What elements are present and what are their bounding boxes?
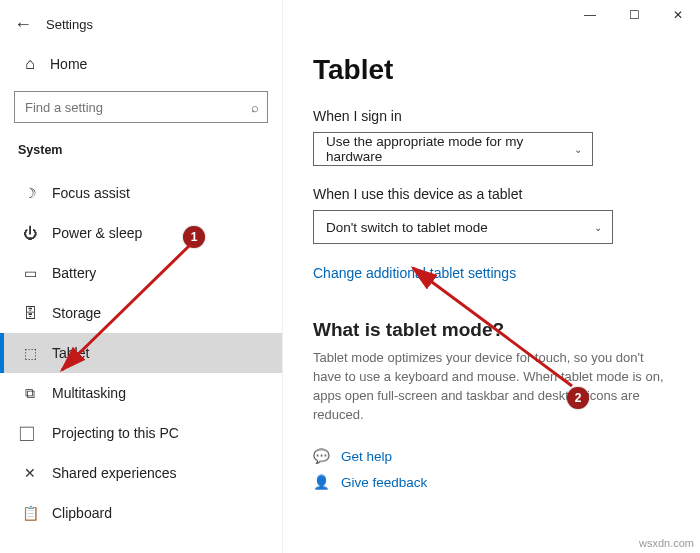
watermark: wsxdn.com (639, 537, 694, 549)
give-feedback-row[interactable]: 👤 Give feedback (313, 474, 670, 490)
header: ← Settings (0, 0, 282, 45)
back-icon[interactable]: ← (14, 14, 32, 35)
clipboard-icon: 📋 (22, 505, 38, 521)
battery-icon: ▭ (22, 265, 38, 281)
sidebar: ← Settings ⌂ Home ⌕ System ☽ Focus assis… (0, 0, 283, 553)
sign-in-value: Use the appropriate mode for my hardware (326, 134, 574, 164)
sidebar-item-label: Shared experiences (52, 465, 177, 481)
sidebar-item-focus-assist[interactable]: ☽ Focus assist (0, 173, 282, 213)
page-title: Tablet (313, 54, 670, 86)
chevron-down-icon: ⌄ (594, 222, 602, 233)
sidebar-item-label: Multitasking (52, 385, 126, 401)
home-icon: ⌂ (22, 55, 38, 73)
sidebar-item-label: Storage (52, 305, 101, 321)
content-pane: — ☐ ✕ Tablet When I sign in Use the appr… (283, 0, 700, 553)
sidebar-item-shared-experiences[interactable]: ✕ Shared experiences (0, 453, 282, 493)
power-sleep-icon: ⏻ (22, 225, 38, 241)
tablet-use-label: When I use this device as a tablet (313, 186, 670, 202)
focus-assist-icon: ☽ (22, 185, 38, 201)
chevron-down-icon: ⌄ (574, 144, 582, 155)
window-controls: — ☐ ✕ (568, 0, 700, 30)
annotation-badge-2: 2 (567, 387, 589, 409)
help-icon: 💬 (313, 448, 329, 464)
minimize-button[interactable]: — (568, 0, 612, 30)
nav-list: ☽ Focus assist ⏻ Power & sleep ▭ Battery… (0, 173, 282, 553)
sidebar-item-label: Projecting to this PC (52, 425, 179, 441)
sidebar-item-battery[interactable]: ▭ Battery (0, 253, 282, 293)
maximize-button[interactable]: ☐ (612, 0, 656, 30)
sidebar-item-power-sleep[interactable]: ⏻ Power & sleep (0, 213, 282, 253)
section-label: System (0, 139, 282, 173)
sidebar-item-clipboard[interactable]: 📋 Clipboard (0, 493, 282, 533)
sidebar-item-label: Focus assist (52, 185, 130, 201)
shared-experiences-icon: ✕ (22, 465, 38, 481)
close-button[interactable]: ✕ (656, 0, 700, 30)
search-input[interactable]: ⌕ (14, 91, 268, 123)
what-is-description: Tablet mode optimizes your device for to… (313, 349, 670, 424)
feedback-icon: 👤 (313, 474, 329, 490)
sidebar-item-label: Tablet (52, 345, 89, 361)
window-title: Settings (46, 17, 93, 32)
sign-in-dropdown[interactable]: Use the appropriate mode for my hardware… (313, 132, 593, 166)
give-feedback-link[interactable]: Give feedback (341, 475, 427, 490)
sidebar-item-storage[interactable]: 🗄 Storage (0, 293, 282, 333)
additional-settings-link[interactable]: Change additional tablet settings (313, 265, 516, 281)
sidebar-item-label: Clipboard (52, 505, 112, 521)
sidebar-item-label: Power & sleep (52, 225, 142, 241)
home-label: Home (50, 56, 87, 72)
annotation-badge-1: 1 (183, 226, 205, 248)
sidebar-item-multitasking[interactable]: ⧉ Multitasking (0, 373, 282, 413)
sidebar-item-label: Battery (52, 265, 96, 281)
storage-icon: 🗄 (22, 305, 38, 321)
tablet-use-value: Don't switch to tablet mode (326, 220, 488, 235)
sidebar-item-tablet[interactable]: ⬚ Tablet (0, 333, 282, 373)
get-help-row[interactable]: 💬 Get help (313, 448, 670, 464)
sign-in-label: When I sign in (313, 108, 670, 124)
what-is-heading: What is tablet mode? (313, 319, 670, 341)
projecting-icon: ⃞ (22, 425, 38, 441)
search-icon: ⌕ (251, 100, 259, 115)
multitasking-icon: ⧉ (22, 385, 38, 401)
tablet-use-dropdown[interactable]: Don't switch to tablet mode ⌄ (313, 210, 613, 244)
tablet-icon: ⬚ (22, 345, 38, 361)
sidebar-item-projecting[interactable]: ⃞ Projecting to this PC (0, 413, 282, 453)
search-field[interactable] (25, 100, 251, 115)
sidebar-item-home[interactable]: ⌂ Home (0, 47, 282, 81)
get-help-link[interactable]: Get help (341, 449, 392, 464)
